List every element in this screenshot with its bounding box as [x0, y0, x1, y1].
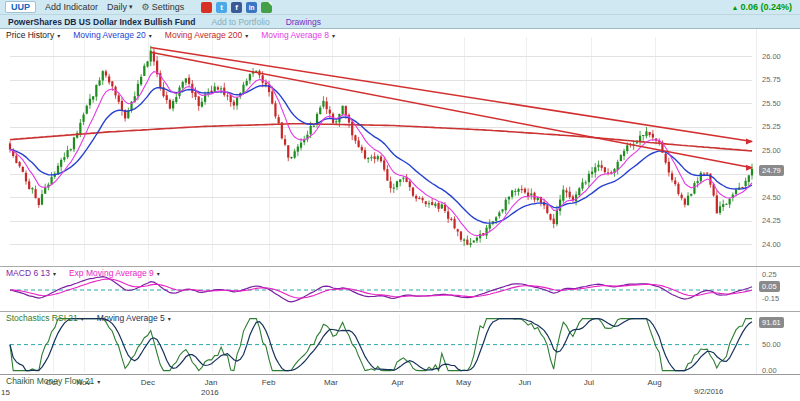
current-value-box: 24.79	[759, 165, 784, 176]
share-icons: t f in	[201, 2, 272, 13]
macd-legend-item-1[interactable]: Exp Moving Average 9▾	[69, 268, 160, 278]
axis-tick: 50.00	[762, 340, 781, 350]
chevron-down-icon: ▾	[245, 32, 248, 39]
price-y-axis: 26.0025.7525.5025.2525.0024.5024.2524.00…	[756, 29, 800, 266]
end-date-label: 9/2/2016	[694, 387, 723, 396]
month-label: Apr	[392, 378, 404, 387]
month-label: Mar	[324, 378, 338, 387]
stochastics-y-axis: 50.000.0091.61	[756, 312, 800, 374]
chevron-down-icon: ▾	[332, 32, 335, 39]
chevron-down-icon: ▾	[81, 315, 84, 322]
settings-button[interactable]: ⚙ Settings	[142, 2, 185, 12]
current-value-box: 91.61	[759, 317, 784, 328]
sub-toolbar: PowerShares DB US Dollar Index Bullish F…	[0, 15, 800, 29]
axis-tick: 0.25	[762, 270, 777, 280]
main-toolbar: UUP Add Indicator Daily ▾ ⚙ Settings t f…	[0, 0, 800, 15]
start-year-label: 15	[1, 388, 10, 397]
add-to-portfolio-button[interactable]: Add to Portfolio	[212, 17, 270, 27]
axis-tick: 25.00	[762, 146, 781, 156]
axis-tick: 25.75	[762, 75, 781, 85]
drawings-button[interactable]: Drawings	[286, 17, 321, 27]
notes-icon[interactable]	[261, 2, 272, 13]
macd-legend: MACD 6 13▾Exp Moving Average 9▾	[6, 268, 160, 278]
stochastics-legend: Stochastics RSI 21▾Moving Average 5▾	[6, 313, 171, 323]
axis-tick: 24.50	[762, 193, 781, 203]
record-icon[interactable]	[201, 2, 212, 13]
month-label: Jun	[518, 378, 531, 387]
price-legend-item-0[interactable]: Price History▾	[6, 30, 60, 40]
time-axis: Chaikin Money Flow 21▾ OctNovDecJanFebMa…	[0, 374, 800, 401]
fund-name: PowerShares DB US Dollar Index Bullish F…	[8, 17, 196, 27]
axis-tick: 25.25	[762, 122, 781, 132]
axis-tick: 24.00	[762, 240, 781, 250]
price-legend-item-3[interactable]: Moving Average 8▾	[261, 30, 335, 40]
macd-y-axis: 0.25-0.150.05	[756, 267, 800, 311]
facebook-icon[interactable]: f	[231, 2, 242, 13]
symbol-box[interactable]: UUP	[5, 1, 36, 13]
chevron-down-icon: ▾	[53, 270, 56, 277]
period-dropdown[interactable]: Daily ▾	[107, 2, 133, 12]
price-legend: Price History▾Moving Average 20▾Moving A…	[6, 30, 335, 40]
chevron-down-icon: ▾	[149, 32, 152, 39]
share-icon[interactable]: in	[246, 2, 257, 13]
price-legend-item-2[interactable]: Moving Average 200▾	[165, 30, 248, 40]
price-change: ▲ 0.06 (0.24%)	[732, 2, 795, 12]
chevron-down-icon: ▾	[97, 378, 100, 385]
month-labels: OctNovDecJanFebMarAprMayJunJulAug	[0, 375, 800, 401]
chaikin-legend: Chaikin Money Flow 21▾	[6, 376, 100, 386]
price-chart-canvas[interactable]	[0, 29, 755, 266]
month-label: Jan	[205, 378, 218, 387]
axis-tick: 25.50	[762, 99, 781, 109]
add-indicator-button[interactable]: Add Indicator	[45, 2, 98, 12]
settings-label: Settings	[152, 2, 185, 12]
stochastics-legend-item-0[interactable]: Stochastics RSI 21▾	[6, 313, 84, 323]
month-label: Aug	[648, 378, 662, 387]
axis-tick: 26.00	[762, 52, 781, 62]
gear-icon: ⚙	[142, 2, 150, 12]
month-label: Jul	[584, 378, 594, 387]
month-label: May	[456, 378, 471, 387]
axis-tick: -0.15	[762, 294, 779, 304]
macd-legend-item-0[interactable]: MACD 6 13▾	[6, 268, 56, 278]
stochastics-panel[interactable]: 50.000.0091.61 Stochastics RSI 21▾Moving…	[0, 311, 800, 374]
axis-tick: 24.25	[762, 216, 781, 226]
chaikin-legend-item-0[interactable]: Chaikin Money Flow 21▾	[6, 376, 100, 386]
change-value: 0.06 (0.24%)	[740, 2, 792, 12]
year-label: 2016	[201, 388, 219, 397]
stochastics-legend-item-1[interactable]: Moving Average 5▾	[97, 313, 171, 323]
chevron-down-icon: ▾	[168, 315, 171, 322]
chevron-down-icon: ▾	[129, 3, 133, 11]
up-arrow-icon: ▲	[732, 4, 739, 11]
twitter-icon[interactable]: t	[216, 2, 227, 13]
macd-panel[interactable]: 0.25-0.150.05 MACD 6 13▾Exp Moving Avera…	[0, 266, 800, 311]
period-label: Daily	[107, 2, 127, 12]
price-panel[interactable]: 26.0025.7525.5025.2525.0024.5024.2524.00…	[0, 29, 800, 266]
month-label: Feb	[262, 378, 276, 387]
chevron-down-icon: ▾	[157, 270, 160, 277]
folded-corner	[268, 2, 272, 6]
month-label: Dec	[141, 378, 155, 387]
current-value-box: 0.05	[759, 281, 780, 292]
chevron-down-icon: ▾	[57, 32, 60, 39]
price-legend-item-1[interactable]: Moving Average 20▾	[73, 30, 152, 40]
